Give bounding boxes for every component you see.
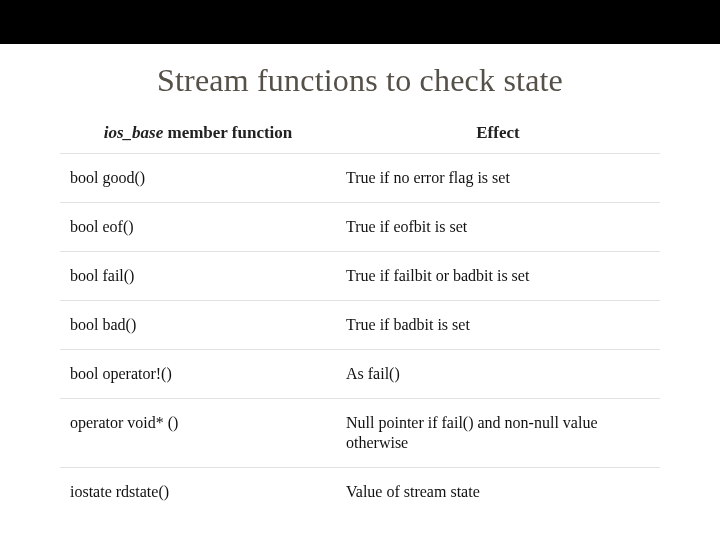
slide-title: Stream functions to check state xyxy=(0,62,720,99)
table-row: bool fail() True if failbit or badbit is… xyxy=(60,252,660,301)
header-effect: Effect xyxy=(336,117,660,154)
table-row: bool eof() True if eofbit is set xyxy=(60,203,660,252)
cell-function: bool operator!() xyxy=(60,350,336,399)
table-row: bool operator!() As fail() xyxy=(60,350,660,399)
table-row: operator void* () Null pointer if fail()… xyxy=(60,399,660,468)
header-function-rest: member function xyxy=(163,123,292,142)
header-function: ios_base member function xyxy=(60,117,336,154)
cell-function: bool eof() xyxy=(60,203,336,252)
cell-effect: As fail() xyxy=(336,350,660,399)
cell-effect: True if no error flag is set xyxy=(336,154,660,203)
cell-effect: True if badbit is set xyxy=(336,301,660,350)
table-row: bool bad() True if badbit is set xyxy=(60,301,660,350)
table-row: iostate rdstate() Value of stream state xyxy=(60,468,660,517)
cell-function: operator void* () xyxy=(60,399,336,468)
functions-table: ios_base member function Effect bool goo… xyxy=(60,117,660,516)
header-function-italic: ios_base xyxy=(104,123,164,142)
cell-effect: True if failbit or badbit is set xyxy=(336,252,660,301)
table-container: ios_base member function Effect bool goo… xyxy=(0,117,720,516)
cell-function: bool fail() xyxy=(60,252,336,301)
cell-function: bool bad() xyxy=(60,301,336,350)
table-row: bool good() True if no error flag is set xyxy=(60,154,660,203)
cell-effect: Value of stream state xyxy=(336,468,660,517)
cell-effect: Null pointer if fail() and non-null valu… xyxy=(336,399,660,468)
table-header-row: ios_base member function Effect xyxy=(60,117,660,154)
top-bar xyxy=(0,0,720,44)
cell-function: bool good() xyxy=(60,154,336,203)
cell-function: iostate rdstate() xyxy=(60,468,336,517)
cell-effect: True if eofbit is set xyxy=(336,203,660,252)
